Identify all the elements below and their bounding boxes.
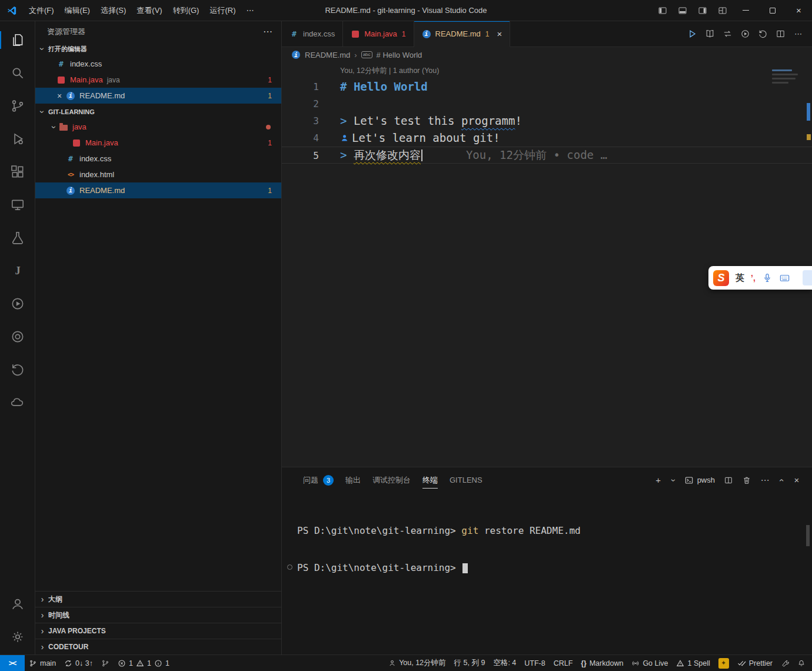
more-actions-icon[interactable]: ⋯ — [263, 26, 273, 37]
testing-icon[interactable] — [0, 221, 35, 254]
chevron-down-icon[interactable] — [670, 473, 678, 487]
extensions-icon[interactable] — [0, 155, 35, 188]
section-java-projects[interactable]: JAVA PROJECTS — [35, 623, 281, 639]
minimap[interactable] — [770, 67, 803, 86]
breadcrumb-symbol[interactable]: # Hello World — [377, 51, 422, 59]
gitlens-branch-status[interactable] — [97, 655, 114, 671]
explorer-icon[interactable] — [0, 24, 35, 57]
open-editors-header[interactable]: 打开的编辑器 — [35, 42, 281, 56]
maximize-panel-icon[interactable] — [776, 473, 786, 487]
breadcrumb-file[interactable]: README.md — [305, 51, 350, 59]
tab-readme-md[interactable]: i README.md 1 × — [414, 21, 511, 47]
editor-line-3[interactable]: 3 > Let's test this programm! — [282, 112, 812, 129]
command-decoration-icon[interactable] — [287, 564, 292, 570]
open-editor-readme-md[interactable]: × i README.md 1 — [35, 88, 281, 104]
menu-file[interactable]: 文件(F) — [24, 1, 59, 21]
menu-selection[interactable]: 选择(S) — [95, 1, 131, 21]
customize-layout-icon[interactable] — [713, 0, 733, 21]
open-preview-button[interactable] — [702, 26, 718, 42]
section-codetour[interactable]: CODETOUR — [35, 639, 281, 655]
tree-item-index-css[interactable]: index.css — [35, 151, 281, 167]
ime-language-toggle[interactable]: 英 — [736, 273, 744, 284]
tree-item-index-html[interactable]: index.html — [35, 167, 281, 182]
settings-gear-icon[interactable] — [0, 620, 35, 653]
menu-goto[interactable]: 转到(G) — [168, 1, 205, 21]
menu-run[interactable]: 运行(R) — [204, 1, 241, 21]
remote-explorer-icon[interactable] — [0, 188, 35, 221]
encoding-indicator[interactable]: UTF-8 — [520, 655, 549, 671]
sync-indicator[interactable]: 0↓ 3↑ — [60, 655, 97, 671]
account-icon[interactable] — [0, 587, 35, 620]
tree-item-readme-md[interactable]: i README.md 1 — [35, 182, 281, 198]
tab-output[interactable]: 输出 — [340, 467, 367, 493]
close-icon[interactable]: × — [497, 29, 502, 39]
split-editor-button[interactable] — [773, 26, 788, 42]
close-panel-icon[interactable]: × — [790, 473, 804, 487]
file-history-button[interactable] — [755, 26, 771, 42]
target-icon[interactable] — [0, 320, 35, 353]
problems-indicator[interactable]: 1 1 1 — [114, 655, 174, 671]
codelens-authors[interactable]: You, 12分钟前 | 1 author (You) — [340, 65, 812, 77]
tab-debug-console[interactable]: 调试控制台 — [367, 467, 417, 493]
open-editor-index-css[interactable]: index.css — [35, 56, 281, 72]
virtual-keyboard-icon[interactable] — [779, 273, 790, 284]
gold-extension-indicator[interactable]: ✦ — [714, 655, 733, 671]
new-terminal-icon[interactable]: + — [651, 473, 665, 487]
more-actions-icon[interactable]: ⋯ — [790, 26, 806, 42]
editor-line-4[interactable]: 4 Let's learn about git! — [282, 129, 812, 147]
tree-item-java-folder[interactable]: java — [35, 119, 281, 135]
tab-main-java[interactable]: Main.java 1 — [343, 21, 414, 47]
more-actions-icon[interactable]: ⋯ — [758, 473, 772, 487]
remote-indicator[interactable]: >< — [0, 655, 25, 671]
editor-line-1[interactable]: 1 # Hello World — [282, 78, 812, 95]
close-window-button[interactable]: × — [786, 0, 812, 21]
run-debug-icon[interactable] — [0, 122, 35, 155]
toggle-sidebar-icon[interactable] — [653, 0, 673, 21]
java-icon[interactable] — [0, 254, 35, 287]
split-terminal-icon[interactable] — [721, 473, 736, 487]
history-icon[interactable] — [0, 353, 35, 386]
eol-indicator[interactable]: CRLF — [550, 655, 577, 671]
menu-more[interactable]: ⋯ — [241, 1, 259, 21]
play-circle-icon[interactable] — [0, 287, 35, 320]
source-control-icon[interactable] — [0, 89, 35, 122]
tab-problems[interactable]: 问题 3 — [297, 467, 340, 493]
editor-line-2[interactable]: 2 — [282, 95, 812, 112]
terminal-scrollbar[interactable] — [806, 525, 810, 546]
branch-indicator[interactable]: main — [25, 655, 60, 671]
section-timeline[interactable]: 时间线 — [35, 607, 281, 623]
indentation-indicator[interactable]: 空格: 4 — [489, 655, 520, 671]
menu-view[interactable]: 查看(V) — [131, 1, 167, 21]
terminal[interactable]: PS D:\git\note\git-learning> git restore… — [282, 493, 812, 655]
play-circle-button[interactable] — [737, 26, 753, 42]
language-mode[interactable]: {} Markdown — [577, 655, 627, 671]
tab-index-css[interactable]: index.css — [282, 21, 343, 47]
cursor-position[interactable]: 行 5, 列 9 — [450, 655, 490, 671]
blame-indicator[interactable]: You, 12分钟前 — [384, 655, 450, 671]
tab-terminal[interactable]: 终端 — [417, 467, 444, 493]
sogou-logo-icon[interactable]: S — [713, 270, 729, 286]
notifications-indicator[interactable] — [793, 655, 810, 671]
search-icon[interactable] — [0, 57, 35, 89]
maximize-button[interactable] — [759, 0, 786, 21]
tree-item-main-java[interactable]: Main.java 1 — [35, 135, 281, 151]
kill-terminal-icon[interactable] — [740, 473, 754, 487]
ime-punctuation-toggle[interactable]: ’, — [751, 273, 756, 283]
minimize-button[interactable] — [733, 0, 759, 21]
text-editor[interactable]: You, 12分钟前 | 1 author (You) 1 # Hello Wo… — [282, 62, 812, 467]
open-changes-button[interactable] — [720, 26, 736, 42]
close-icon[interactable]: × — [53, 91, 66, 101]
open-editor-main-java[interactable]: Main.java java 1 — [35, 72, 281, 88]
menu-edit[interactable]: 编辑(E) — [59, 1, 95, 21]
spell-checker-indicator[interactable]: 1 Spell — [672, 655, 714, 671]
toggle-panel-icon[interactable] — [673, 0, 693, 21]
run-button[interactable] — [684, 26, 700, 42]
section-outline[interactable]: 大纲 — [35, 591, 281, 607]
editor-line-5-current[interactable]: 5 > 再次修改内容You, 12分钟前 • code … — [282, 147, 812, 164]
cloud-icon[interactable] — [0, 386, 35, 419]
terminal-profile[interactable]: pwsh — [682, 476, 717, 485]
toggle-secondary-sidebar-icon[interactable] — [693, 0, 713, 21]
tab-gitlens[interactable]: GITLENS — [444, 467, 488, 493]
prettier-indicator[interactable]: Prettier — [733, 655, 777, 671]
tools-indicator[interactable] — [777, 655, 793, 671]
